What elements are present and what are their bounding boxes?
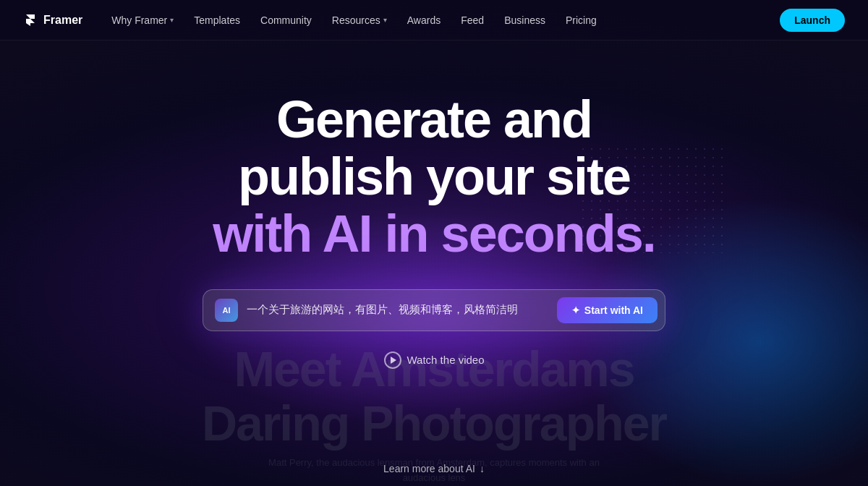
hero-title-line3: with AI in seconds. <box>213 205 655 263</box>
nav-link-label: Templates <box>194 14 240 26</box>
nav-link-pricing[interactable]: Pricing <box>557 10 605 30</box>
learn-more-icon: ↓ <box>480 463 485 474</box>
nav-links: Why Framer ▾ Templates Community Resourc… <box>103 10 605 30</box>
hero-title: Generate and publish your site with AI i… <box>213 91 655 263</box>
logo-text: Framer <box>43 14 82 27</box>
logo-link[interactable]: Framer <box>23 13 82 27</box>
nav-link-label: Why Framer <box>111 14 167 26</box>
nav-link-resources[interactable]: Resources ▾ <box>323 10 396 30</box>
nav-link-label: Community <box>260 14 312 26</box>
nav-left: Framer Why Framer ▾ Templates Community … <box>23 10 605 30</box>
search-input[interactable] <box>247 304 548 316</box>
ai-badge: AI <box>215 299 238 322</box>
start-ai-icon: ✦ <box>571 304 580 316</box>
nav-link-feed[interactable]: Feed <box>452 10 493 30</box>
watch-video-link[interactable]: Watch the video <box>384 351 485 369</box>
nav-link-business[interactable]: Business <box>495 10 554 30</box>
start-ai-label: Start with AI <box>584 304 643 316</box>
nav-link-templates[interactable]: Templates <box>185 10 249 30</box>
watch-video-label: Watch the video <box>407 354 485 366</box>
bg-title-line2: Daring Photographer <box>109 396 760 451</box>
nav-link-community[interactable]: Community <box>252 10 320 30</box>
hero-section: Generate and publish your site with AI i… <box>0 40 868 369</box>
play-triangle <box>391 357 396 364</box>
framer-logo-icon <box>23 13 38 27</box>
hero-title-line2: publish your site <box>238 148 630 205</box>
chevron-down-icon: ▾ <box>170 16 174 24</box>
chevron-down-icon: ▾ <box>383 16 387 24</box>
nav-link-label: Awards <box>407 14 441 26</box>
launch-button[interactable]: Launch <box>780 9 845 32</box>
nav-link-label: Business <box>504 14 545 26</box>
nav-right: Launch <box>780 9 845 32</box>
nav-link-awards[interactable]: Awards <box>399 10 449 30</box>
ai-search-bar: AI ✦ Start with AI <box>203 289 665 331</box>
nav-link-why-framer[interactable]: Why Framer ▾ <box>103 10 182 30</box>
nav-link-label: Resources <box>332 14 380 26</box>
play-icon <box>384 351 401 369</box>
learn-more-link[interactable]: Learn more about AI ↓ <box>383 463 485 474</box>
nav-link-label: Feed <box>461 14 484 26</box>
navbar: Framer Why Framer ▾ Templates Community … <box>0 0 868 40</box>
nav-link-label: Pricing <box>566 14 597 26</box>
start-with-ai-button[interactable]: ✦ Start with AI <box>557 297 658 323</box>
hero-title-line1: Generate and <box>276 90 592 148</box>
learn-more-label: Learn more about AI <box>383 463 475 474</box>
